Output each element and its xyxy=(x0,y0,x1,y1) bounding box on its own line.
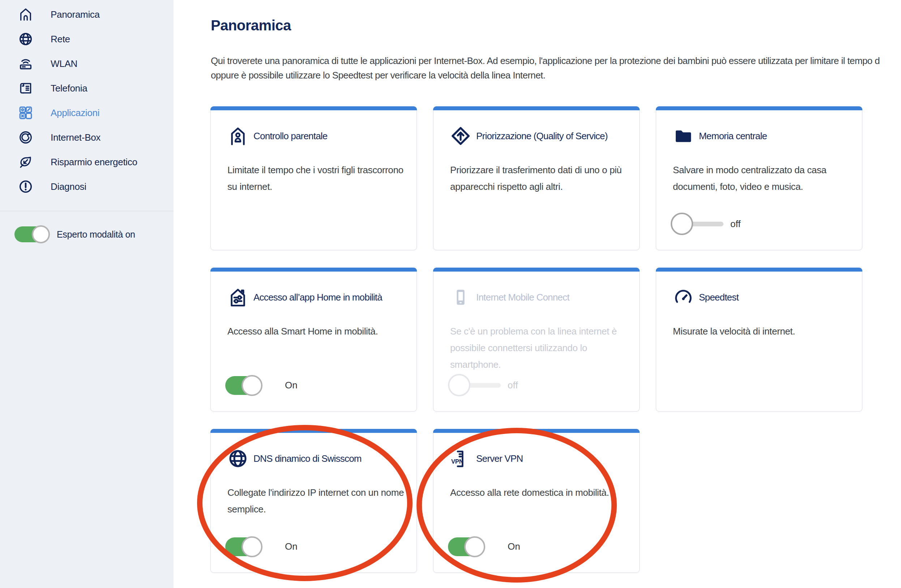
card-accent-bar xyxy=(433,106,639,110)
sidebar-item-label: Risparmio energetico xyxy=(51,157,137,168)
sidebar-item-label: Rete xyxy=(51,34,70,45)
card-accent-bar xyxy=(210,268,417,271)
intro-paragraph: Qui troverete una panoramica di tutte le… xyxy=(211,53,901,83)
speedometer-icon xyxy=(673,287,694,308)
card-priorizzazione-qos[interactable]: Priorizzazione (Quality of Service) Prio… xyxy=(433,106,639,250)
card-accent-bar xyxy=(433,429,639,433)
toggle-knob xyxy=(32,225,50,243)
toggle-knob xyxy=(242,536,262,557)
globe-icon xyxy=(228,448,248,469)
app-home-toggle[interactable] xyxy=(225,374,262,396)
dns-dinamico-toggle[interactable] xyxy=(225,535,262,558)
card-accent-bar xyxy=(656,106,862,110)
sidebar-item-wlan[interactable]: WLAN xyxy=(0,51,173,76)
sidebar-item-telefonia[interactable]: Telefonia xyxy=(0,76,173,101)
card-title: Controllo parentale xyxy=(253,125,327,147)
card-description: Salvare in modo centralizzato da casa do… xyxy=(673,162,854,195)
sidebar-item-label: Panoramica xyxy=(51,9,100,20)
internet-box-icon xyxy=(18,130,33,145)
card-title: Speedtest xyxy=(699,287,739,308)
toggle-knob xyxy=(671,213,693,235)
sidebar-item-risparmio-energetico[interactable]: Risparmio energetico xyxy=(0,150,173,174)
card-description: Misurate la velocità di internet. xyxy=(673,323,854,340)
sidebar-nav: Panoramica Rete WLAN xyxy=(0,0,173,199)
card-accent-bar xyxy=(210,106,417,110)
card-server-vpn[interactable]: VPN Server VPN Accesso alla rete domesti… xyxy=(433,429,639,573)
card-description: Se c'è un problema con la linea internet… xyxy=(450,323,631,373)
sidebar-item-panoramica[interactable]: Panoramica xyxy=(0,2,173,27)
expert-mode-row: Esperto modalità on xyxy=(14,226,135,242)
card-description: Limitate il tempo che i vostri figli tra… xyxy=(228,162,408,195)
card-title: Internet Mobile Connect xyxy=(476,287,569,308)
card-title: Accesso all’app Home in mobilità xyxy=(253,287,382,308)
card-accent-bar xyxy=(656,268,862,271)
qos-diamond-icon xyxy=(450,125,471,147)
globe-icon xyxy=(18,31,33,47)
energy-leaf-icon xyxy=(18,154,33,170)
intro-line-2: oppure è possibile utilizzare lo Speedte… xyxy=(211,68,901,83)
card-title: DNS dinamico di Swisscom xyxy=(253,448,362,469)
sidebar: Panoramica Rete WLAN xyxy=(0,0,173,588)
smartphone-icon xyxy=(450,287,471,308)
sidebar-item-label: Diagnosi xyxy=(51,181,86,192)
toggle-state-label: off xyxy=(508,374,518,396)
card-description: Accesso alla rete domestica in mobilità. xyxy=(450,484,631,501)
home-icon xyxy=(18,7,33,22)
sidebar-item-label: Applicazioni xyxy=(51,108,100,119)
toggle-knob xyxy=(464,536,485,557)
card-description: Priorizzare il trasferimento dati di uno… xyxy=(450,162,631,195)
apps-grid-icon xyxy=(18,105,33,120)
memoria-centrale-toggle[interactable] xyxy=(671,213,725,235)
parental-control-icon xyxy=(228,125,248,147)
sidebar-item-rete[interactable]: Rete xyxy=(0,27,173,51)
card-internet-mobile-connect[interactable]: Internet Mobile Connect Se c'è un proble… xyxy=(433,268,639,412)
sidebar-item-internet-box[interactable]: Internet-Box xyxy=(0,125,173,150)
sidebar-item-label: Internet-Box xyxy=(51,132,101,143)
wifi-router-icon xyxy=(18,56,33,71)
diagnosis-icon xyxy=(18,179,33,194)
expert-mode-toggle[interactable] xyxy=(14,226,49,242)
card-title: Memoria centrale xyxy=(699,125,767,147)
card-controllo-parentale[interactable]: Controllo parentale Limitate il tempo ch… xyxy=(210,106,417,250)
sidebar-item-diagnosi[interactable]: Diagnosi xyxy=(0,174,173,199)
card-title: Server VPN xyxy=(476,448,523,469)
page-title: Panoramica xyxy=(211,17,291,34)
sidebar-item-applicazioni[interactable]: Applicazioni xyxy=(0,101,173,125)
vpn-server-icon: VPN xyxy=(450,448,471,469)
card-description: Accesso alla Smart Home in mobilità. xyxy=(228,323,408,340)
internet-mobile-connect-toggle[interactable] xyxy=(448,374,502,396)
card-accesso-app-home[interactable]: Accesso all’app Home in mobilità Accesso… xyxy=(210,268,417,412)
app-card-grid: Controllo parentale Limitate il tempo ch… xyxy=(210,106,862,573)
expert-mode-label: Esperto modalità on xyxy=(57,229,135,240)
toggle-knob xyxy=(242,375,262,396)
smart-home-icon xyxy=(228,287,248,308)
card-title: Priorizzazione (Quality of Service) xyxy=(476,125,608,147)
sidebar-item-label: WLAN xyxy=(51,58,77,69)
card-speedtest[interactable]: Speedtest Misurate la velocità di intern… xyxy=(656,268,862,412)
card-accent-bar xyxy=(433,268,639,271)
sidebar-divider xyxy=(0,211,173,211)
toggle-state-label: On xyxy=(285,374,298,396)
folder-icon xyxy=(673,125,694,147)
toggle-knob xyxy=(448,374,471,396)
server-vpn-toggle[interactable] xyxy=(448,535,484,558)
card-dns-dinamico[interactable]: DNS dinamico di Swisscom Collegate l'ind… xyxy=(210,429,417,573)
toggle-state-label: off xyxy=(730,213,740,235)
card-description: Collegate l'indirizzo IP internet con un… xyxy=(228,484,408,518)
toggle-state-label: On xyxy=(508,535,520,558)
card-memoria-centrale[interactable]: Memoria centrale Salvare in modo central… xyxy=(656,106,862,250)
svg-text:VPN: VPN xyxy=(451,458,463,465)
toggle-state-label: On xyxy=(285,535,298,558)
card-accent-bar xyxy=(210,429,417,433)
intro-line-1: Qui troverete una panoramica di tutte le… xyxy=(211,53,901,68)
sidebar-item-label: Telefonia xyxy=(51,83,87,94)
telephony-icon xyxy=(18,81,33,96)
